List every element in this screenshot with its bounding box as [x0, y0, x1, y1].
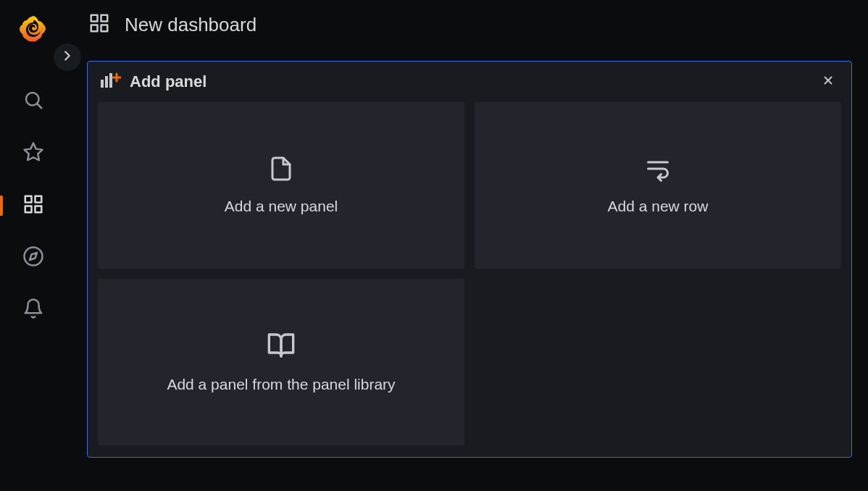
svg-rect-4 — [36, 196, 42, 203]
main-area: New dashboard — [67, 0, 868, 491]
add-new-row-label: Add a new row — [608, 198, 709, 215]
svg-rect-10 — [101, 15, 108, 22]
grafana-logo[interactable] — [17, 13, 50, 46]
add-panel-plus-icon — [99, 72, 121, 92]
star-icon — [22, 141, 44, 166]
sidebar-item-explore[interactable] — [0, 232, 67, 284]
book-open-icon — [267, 331, 296, 363]
svg-rect-15 — [109, 73, 112, 88]
svg-line-1 — [37, 104, 41, 108]
file-icon — [268, 156, 294, 185]
svg-rect-5 — [36, 206, 42, 213]
svg-rect-12 — [91, 25, 98, 32]
sidebar-item-dashboards[interactable] — [0, 180, 67, 232]
add-new-panel-card[interactable]: Add a new panel — [98, 102, 464, 269]
search-icon — [22, 89, 44, 114]
svg-rect-13 — [101, 80, 104, 88]
dashboard-panels-icon — [88, 12, 110, 37]
page-title: New dashboard — [125, 14, 256, 36]
add-panel-header: Add panel — [88, 62, 851, 102]
add-panel-container: Add panel — [87, 61, 852, 458]
svg-rect-14 — [105, 76, 108, 88]
svg-marker-8 — [30, 253, 37, 260]
add-new-row-card[interactable]: Add a new row — [475, 102, 841, 269]
topbar: New dashboard — [67, 0, 868, 49]
sidebar — [0, 0, 67, 491]
add-panel-from-library-card[interactable]: Add a panel from the panel library — [98, 279, 464, 445]
sidebar-item-alerts[interactable] — [0, 284, 67, 336]
close-icon — [822, 74, 835, 90]
close-add-panel-button[interactable] — [819, 73, 837, 91]
svg-marker-2 — [25, 143, 43, 161]
bell-icon — [22, 298, 44, 322]
add-panel-title: Add panel — [130, 72, 206, 91]
compass-icon — [22, 246, 44, 270]
sidebar-item-search[interactable] — [0, 75, 67, 127]
sidebar-item-favorites[interactable] — [0, 127, 67, 180]
chevron-right-icon — [59, 48, 75, 67]
add-new-panel-label: Add a new panel — [225, 198, 338, 215]
svg-rect-6 — [25, 206, 32, 213]
svg-rect-11 — [101, 25, 108, 32]
dashboard-panels-icon — [22, 193, 44, 218]
wrap-text-icon — [645, 156, 671, 185]
svg-rect-9 — [91, 15, 98, 22]
svg-point-7 — [25, 248, 43, 266]
svg-rect-3 — [25, 196, 32, 203]
add-panel-from-library-label: Add a panel from the panel library — [167, 376, 395, 393]
expand-sidebar-button[interactable] — [54, 43, 81, 71]
